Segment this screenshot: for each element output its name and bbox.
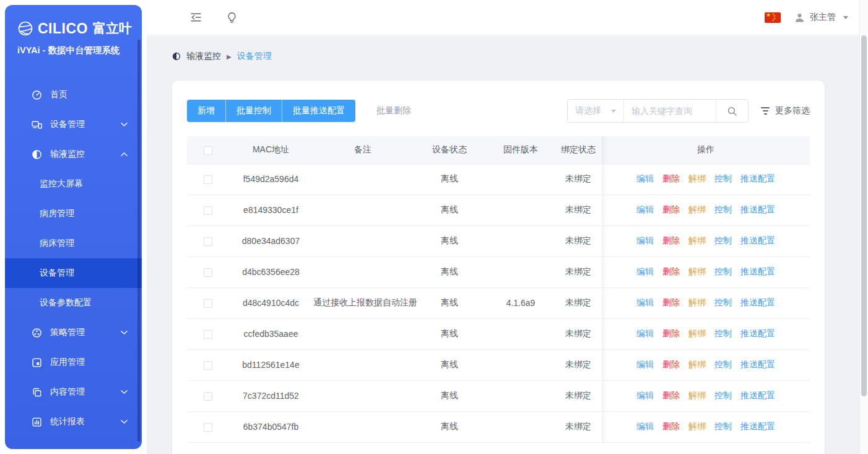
delete-link[interactable]: 删除	[662, 204, 680, 214]
user-menu[interactable]: 张主管	[794, 12, 848, 23]
unbind-link[interactable]: 解绑	[688, 390, 706, 400]
delete-link[interactable]: 删除	[662, 297, 680, 307]
row-checkbox[interactable]	[204, 330, 212, 339]
unbind-link[interactable]: 解绑	[688, 359, 706, 369]
sidebar-item-monitor-big-screen[interactable]: 监控大屏幕	[5, 169, 142, 199]
actions-cell: 编辑删除解绑控制推送配置	[602, 318, 810, 349]
sidebar-item-label: 应用管理	[50, 357, 85, 368]
sidebar-item-device-param-config[interactable]: 设备参数配置	[5, 288, 142, 318]
control-link[interactable]: 控制	[714, 297, 732, 307]
language-flag-cn[interactable]: ★ ★ ★ ★ ★	[765, 12, 781, 23]
push-config-link[interactable]: 推送配置	[740, 390, 775, 400]
topbar: ★ ★ ★ ★ ★ 张主管	[147, 0, 859, 35]
unbind-link[interactable]: 解绑	[688, 173, 706, 183]
control-link[interactable]: 控制	[714, 266, 732, 276]
sidebar-item-device-management-sub[interactable]: 设备管理	[5, 258, 142, 288]
mac-address-cell: d80e34ad6307	[228, 225, 313, 256]
mac-address-cell: 6b374b0547fb	[228, 411, 313, 442]
row-checkbox[interactable]	[204, 175, 212, 184]
remark-cell	[313, 225, 412, 256]
control-link[interactable]: 控制	[714, 173, 732, 183]
control-link[interactable]: 控制	[714, 421, 732, 431]
row-checkbox[interactable]	[204, 392, 212, 401]
edit-link[interactable]: 编辑	[636, 421, 654, 431]
actions-cell: 编辑删除解绑控制推送配置	[602, 349, 810, 380]
unbind-link[interactable]: 解绑	[688, 266, 706, 276]
sidebar-item-app-management[interactable]: 应用管理	[5, 347, 142, 377]
edit-link[interactable]: 编辑	[636, 173, 654, 183]
sidebar-item-bed-management[interactable]: 病床管理	[5, 229, 142, 258]
column-header: 备注	[313, 136, 412, 164]
push-config-link[interactable]: 推送配置	[740, 421, 775, 431]
binding-status-cell: 未绑定	[555, 194, 602, 225]
edit-link[interactable]: 编辑	[636, 359, 654, 369]
row-checkbox[interactable]	[204, 299, 212, 308]
batch-push-config-button[interactable]: 批量推送配置	[282, 100, 355, 122]
droplet-icon	[32, 149, 42, 160]
unbind-link[interactable]: 解绑	[688, 297, 706, 307]
delete-link[interactable]: 删除	[662, 328, 680, 338]
header-checkbox-cell	[187, 136, 228, 164]
sidebar-item-content-management[interactable]: 内容管理	[5, 377, 142, 407]
sidebar-item-infusion-monitoring[interactable]: 输液监控	[5, 139, 142, 169]
remark-cell: 通过接收上报数据自动注册	[313, 287, 412, 318]
breadcrumb-current[interactable]: 设备管理	[237, 51, 272, 62]
sidebar-item-ward-management[interactable]: 病房管理	[5, 199, 142, 229]
sidebar-item-home[interactable]: 首页	[5, 80, 142, 110]
theme-bulb-icon[interactable]	[227, 12, 237, 24]
row-checkbox[interactable]	[204, 268, 212, 277]
main-scrollbar[interactable]	[859, 0, 868, 454]
row-checkbox[interactable]	[204, 361, 212, 370]
delete-link[interactable]: 删除	[662, 359, 680, 369]
delete-link[interactable]: 删除	[662, 421, 680, 431]
control-link[interactable]: 控制	[714, 204, 732, 214]
delete-link[interactable]: 删除	[662, 266, 680, 276]
control-link[interactable]: 控制	[714, 235, 732, 245]
row-checkbox[interactable]	[204, 423, 212, 432]
unbind-link[interactable]: 解绑	[688, 421, 706, 431]
edit-link[interactable]: 编辑	[636, 235, 654, 245]
delete-link[interactable]: 删除	[662, 390, 680, 400]
delete-link[interactable]: 删除	[662, 173, 680, 183]
device-status-cell: 离线	[412, 164, 487, 194]
push-config-link[interactable]: 推送配置	[740, 235, 775, 245]
push-config-link[interactable]: 推送配置	[740, 204, 775, 214]
push-config-link[interactable]: 推送配置	[740, 359, 775, 369]
main-scrollbar-thumb[interactable]	[861, 35, 867, 396]
collapse-sidebar-icon[interactable]	[190, 12, 202, 22]
table-row: d80e34ad6307离线未绑定编辑删除解绑控制推送配置	[187, 225, 810, 256]
search-button[interactable]	[716, 100, 748, 122]
edit-link[interactable]: 编辑	[636, 266, 654, 276]
edit-link[interactable]: 编辑	[636, 297, 654, 307]
row-checkbox[interactable]	[204, 206, 212, 215]
push-config-link[interactable]: 推送配置	[740, 173, 775, 183]
delete-link[interactable]: 删除	[662, 235, 680, 245]
unbind-link[interactable]: 解绑	[688, 204, 706, 214]
sidebar-scrollbar[interactable]	[137, 40, 141, 442]
sidebar-item-statistics-report[interactable]: 统计报表	[5, 407, 142, 437]
control-link[interactable]: 控制	[714, 328, 732, 338]
edit-link[interactable]: 编辑	[636, 328, 654, 338]
push-config-link[interactable]: 推送配置	[740, 328, 775, 338]
unbind-link[interactable]: 解绑	[688, 235, 706, 245]
add-button[interactable]: 新增	[187, 100, 225, 122]
push-config-link[interactable]: 推送配置	[740, 297, 775, 307]
unbind-link[interactable]: 解绑	[688, 328, 706, 338]
control-link[interactable]: 控制	[714, 359, 732, 369]
sidebar-item-device-management[interactable]: 设备管理	[5, 110, 142, 139]
sidebar-item-strategy-management[interactable]: 策略管理	[5, 318, 142, 347]
batch-delete-button[interactable]: 批量删除	[376, 105, 411, 116]
keyword-search-input[interactable]	[624, 100, 716, 122]
batch-control-button[interactable]: 批量控制	[225, 100, 282, 122]
row-checkbox[interactable]	[204, 237, 212, 246]
chevron-down-icon	[843, 16, 848, 19]
more-filters-button[interactable]: 更多筛选	[761, 105, 810, 116]
table-row: f549d2a596d4离线未绑定编辑删除解绑控制推送配置	[187, 164, 810, 194]
field-select[interactable]: 请选择	[568, 100, 624, 122]
sidebar-item-label: 病床管理	[40, 238, 74, 249]
push-config-link[interactable]: 推送配置	[740, 266, 775, 276]
select-all-checkbox[interactable]	[204, 146, 212, 155]
edit-link[interactable]: 编辑	[636, 390, 654, 400]
edit-link[interactable]: 编辑	[636, 204, 654, 214]
control-link[interactable]: 控制	[714, 390, 732, 400]
